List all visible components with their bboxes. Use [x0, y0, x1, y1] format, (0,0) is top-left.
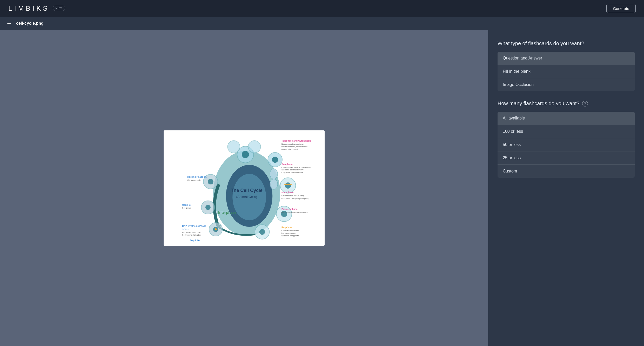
sub-navigation: ← cell-cycle.png — [0, 17, 644, 30]
svg-text:DNA Synthesis Phase: DNA Synthesis Phase — [182, 225, 206, 227]
svg-text:and sister chromatids move: and sister chromatids move — [281, 169, 304, 171]
flashcard-count-title: How many flashcards do you want? — [498, 101, 580, 107]
svg-point-26 — [248, 141, 261, 153]
help-icon[interactable]: ? — [582, 101, 588, 107]
option-all-available[interactable]: All available — [498, 112, 635, 125]
option-custom[interactable]: Custom — [498, 165, 635, 178]
back-button[interactable]: ← — [6, 21, 12, 26]
svg-text:Anaphase: Anaphase — [281, 163, 293, 165]
svg-point-17 — [259, 229, 265, 235]
svg-text:Metaphase: Metaphase — [281, 191, 293, 194]
svg-text:The Cell Cycle: The Cell Cycle — [231, 188, 263, 193]
image-panel: The Cell Cycle (Animal Cells) Interphase… — [0, 30, 488, 346]
svg-text:Nuclear membrane reforms,: Nuclear membrane reforms, — [281, 143, 304, 145]
generate-button[interactable]: Generate — [606, 4, 636, 13]
svg-text:S-Phase: S-Phase — [182, 228, 189, 230]
svg-point-28 — [270, 179, 278, 189]
option-image-occlusion[interactable]: Image Occlusion — [498, 78, 635, 91]
svg-text:Prophase: Prophase — [281, 226, 292, 229]
option-fill-in-blank[interactable]: Fill in the blank — [498, 65, 635, 78]
flashcard-count-header: How many flashcards do you want? ? — [498, 101, 635, 107]
svg-text:(Animal Cells): (Animal Cells) — [236, 195, 257, 199]
option-25-or-less[interactable]: 25 or less — [498, 151, 635, 165]
logo-text: LIMBIKS — [8, 4, 50, 12]
svg-point-8 — [272, 157, 278, 163]
svg-text:Prometaphase: Prometaphase — [281, 208, 298, 210]
option-100-or-less[interactable]: 100 or less — [498, 125, 635, 138]
flashcard-type-title: What type of flashcards do you want? — [498, 41, 635, 46]
cell-cycle-image: The Cell Cycle (Animal Cells) Interphase… — [167, 134, 321, 243]
svg-text:Gap II G₂: Gap II G₂ — [190, 239, 200, 242]
svg-text:Nucleolus disappears: Nucleolus disappears — [281, 235, 299, 237]
svg-text:Cell grows: Cell grows — [182, 207, 191, 209]
svg-point-25 — [227, 141, 240, 153]
main-content: The Cell Cycle (Animal Cells) Interphase… — [0, 30, 644, 346]
svg-point-22 — [205, 205, 211, 210]
svg-point-10 — [285, 182, 291, 189]
logo-area: LIMBIKS PRO — [8, 4, 65, 12]
svg-text:Resting Phase G₀: Resting Phase G₀ — [187, 176, 207, 178]
option-50-or-less[interactable]: 50 or less — [498, 138, 635, 151]
svg-point-24 — [208, 179, 213, 184]
svg-text:Gap I G₁: Gap I G₁ — [182, 204, 192, 206]
svg-text:Cell leaves cycle: Cell leaves cycle — [187, 179, 201, 181]
flashcard-type-list: Question and Answer Fill in the blank Im… — [498, 52, 635, 91]
svg-text:to opposite ends of the cell: to opposite ends of the cell — [281, 171, 303, 174]
svg-text:Cell duplicates its DNA: Cell duplicates its DNA — [182, 231, 201, 234]
svg-text:Interphase: Interphase — [218, 210, 237, 215]
svg-text:metaphase plate (imaginary pla: metaphase plate (imaginary plane) — [281, 197, 309, 199]
svg-text:unwind into chromatin: unwind into chromatin — [281, 148, 299, 150]
svg-point-20 — [215, 228, 217, 230]
svg-text:Telophase and Cytokinesis: Telophase and Cytokinesis — [281, 139, 311, 142]
file-name: cell-cycle.png — [16, 21, 44, 26]
image-container: The Cell Cycle (Animal Cells) Interphase… — [164, 130, 325, 246]
svg-text:nucleoli reappear, chromosomes: nucleoli reappear, chromosomes — [281, 146, 308, 148]
svg-text:Chromosomes break at centromer: Chromosomes break at centromeres, — [281, 167, 311, 168]
pro-badge: PRO — [53, 6, 65, 11]
svg-text:Centrosome duplicates: Centrosome duplicates — [182, 234, 201, 236]
svg-text:Chromatin condenses: Chromatin condenses — [281, 230, 299, 231]
svg-text:Nuclear membrane breaks down: Nuclear membrane breaks down — [281, 211, 307, 213]
svg-text:into chromosomes: into chromosomes — [281, 232, 296, 234]
top-navigation: LIMBIKS PRO Generate — [0, 0, 644, 17]
svg-point-6 — [242, 151, 249, 158]
svg-text:Chromosomes line up along: Chromosomes line up along — [281, 195, 304, 197]
svg-point-27 — [270, 169, 278, 179]
option-question-answer[interactable]: Question and Answer — [498, 52, 635, 65]
options-panel: What type of flashcards do you want? Que… — [488, 30, 644, 346]
flashcard-count-list: All available 100 or less 50 or less 25 … — [498, 112, 635, 178]
